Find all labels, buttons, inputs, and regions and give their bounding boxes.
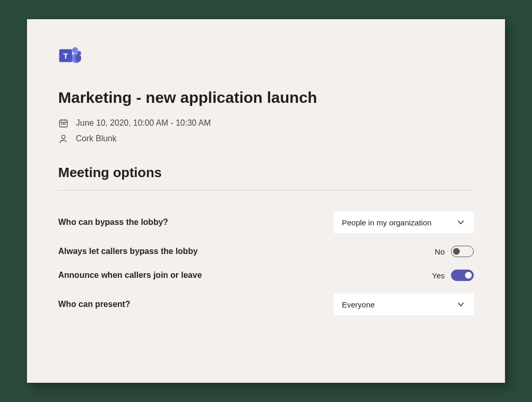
select-value: Everyone [342, 300, 375, 309]
section-title: Meeting options [58, 165, 474, 181]
announce-toggle[interactable] [451, 270, 474, 281]
svg-rect-3 [75, 54, 81, 62]
toggle-state-text: No [435, 247, 445, 256]
svg-point-11 [63, 124, 63, 124]
callers-bypass-toggle[interactable] [451, 246, 474, 257]
meeting-datetime-text: June 10, 2020, 10:00 AM - 10:30 AM [76, 118, 211, 128]
option-label: Announce when callers join or leave [58, 271, 202, 280]
chevron-down-icon [456, 300, 466, 309]
option-row-announce: Announce when callers join or leave Yes [58, 263, 474, 287]
person-icon [58, 133, 69, 144]
option-row-present: Who can present? Everyone [58, 287, 474, 321]
svg-point-13 [62, 135, 65, 139]
toggle-knob [465, 272, 472, 279]
option-label: Who can present? [58, 300, 130, 309]
svg-point-0 [72, 47, 78, 53]
section-divider [58, 190, 474, 191]
toggle-knob [453, 248, 460, 255]
announce-toggle-wrap: Yes [432, 270, 474, 281]
meeting-organizer-row: Cork Blunk [58, 133, 474, 144]
calendar-icon [58, 118, 69, 128]
bypass-lobby-select[interactable]: People in my organization [334, 211, 474, 233]
svg-point-10 [61, 124, 62, 124]
svg-point-12 [65, 124, 65, 124]
option-row-bypass-lobby: Who can bypass the lobby? People in my o… [58, 205, 474, 239]
meeting-options-panel: T Marketing - new application launch Jun… [27, 19, 505, 383]
meeting-datetime-row: June 10, 2020, 10:00 AM - 10:30 AM [58, 118, 474, 128]
toggle-state-text: Yes [432, 271, 445, 280]
option-label: Who can bypass the lobby? [58, 218, 168, 227]
chevron-down-icon [456, 218, 466, 227]
present-select[interactable]: Everyone [334, 293, 474, 315]
select-value: People in my organization [342, 218, 432, 227]
option-label: Always let callers bypass the lobby [58, 247, 198, 256]
svg-text:T: T [63, 52, 68, 60]
teams-logo-icon: T [58, 45, 82, 68]
meeting-title: Marketing - new application launch [58, 89, 474, 106]
callers-bypass-toggle-wrap: No [435, 246, 474, 257]
option-row-callers-bypass: Always let callers bypass the lobby No [58, 239, 474, 263]
meeting-organizer-text: Cork Blunk [76, 134, 116, 143]
